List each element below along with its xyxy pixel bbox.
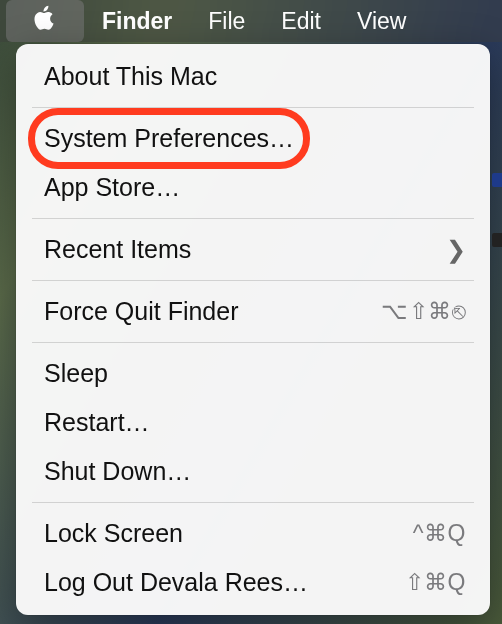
background-element [492,150,502,270]
menu-item-system-preferences[interactable]: System Preferences… [16,114,490,163]
menubar-item-file[interactable]: File [190,0,263,42]
menu-item-recent-items[interactable]: Recent Items ❯ [16,225,490,274]
menu-separator [32,218,474,219]
menu-item-label: Log Out Devala Rees… [44,568,308,597]
menu-item-label: About This Mac [44,62,217,91]
menu-item-sleep[interactable]: Sleep [16,349,490,398]
menubar-item-edit[interactable]: Edit [263,0,339,42]
chevron-right-icon: ❯ [446,236,466,264]
menu-item-label: Shut Down… [44,457,191,486]
menu-item-label: App Store… [44,173,180,202]
menu-item-label: Sleep [44,359,108,388]
menubar-item-finder[interactable]: Finder [84,0,190,42]
keyboard-shortcut: ⇧⌘Q [405,569,466,596]
menu-item-label: Restart… [44,408,150,437]
apple-logo-icon [32,5,58,37]
menu-item-label: System Preferences… [44,124,294,153]
apple-menu-dropdown: About This Mac System Preferences… App S… [16,44,490,615]
menu-item-label: Recent Items [44,235,191,264]
apple-menu-button[interactable] [6,0,84,42]
menu-separator [32,502,474,503]
menu-separator [32,107,474,108]
menu-item-about-this-mac[interactable]: About This Mac [16,52,490,101]
menu-item-force-quit-finder[interactable]: Force Quit Finder ⌥⇧⌘⎋ [16,287,490,336]
menu-item-app-store[interactable]: App Store… [16,163,490,212]
menu-item-label: Force Quit Finder [44,297,239,326]
decorative-shape [492,173,502,187]
menu-item-log-out[interactable]: Log Out Devala Rees… ⇧⌘Q [16,558,490,607]
menubar-item-view[interactable]: View [339,0,424,42]
menu-item-shut-down[interactable]: Shut Down… [16,447,490,496]
menu-item-label: Lock Screen [44,519,183,548]
menu-separator [32,280,474,281]
menu-item-restart[interactable]: Restart… [16,398,490,447]
decorative-shape [492,233,502,247]
menu-separator [32,342,474,343]
keyboard-shortcut: ⌥⇧⌘⎋ [381,298,466,325]
menu-item-lock-screen[interactable]: Lock Screen ^⌘Q [16,509,490,558]
menubar: Finder File Edit View [0,0,502,42]
keyboard-shortcut: ^⌘Q [413,520,466,547]
